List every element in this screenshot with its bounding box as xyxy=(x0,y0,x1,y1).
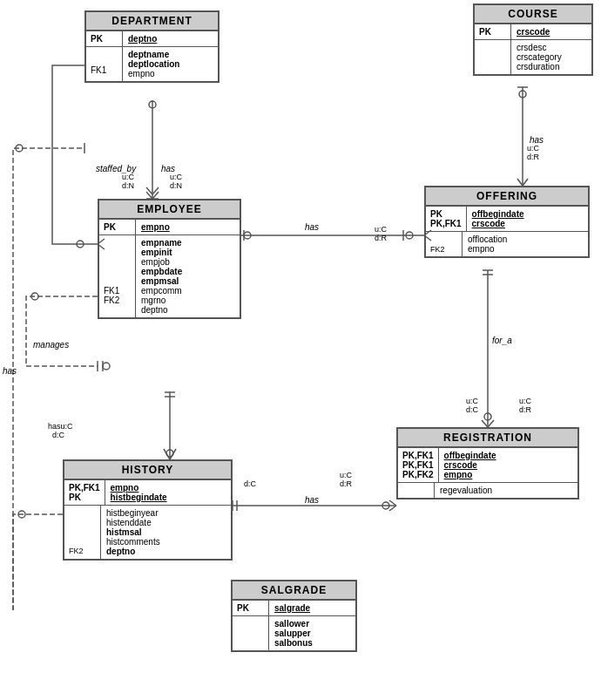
sal-salgrade: salgrade xyxy=(274,603,310,613)
hist-pk-label: PK xyxy=(69,493,100,502)
svg-line-4 xyxy=(152,187,159,194)
constraint-hist-reg-d2: d:R xyxy=(340,479,352,488)
svg-line-24 xyxy=(523,179,528,186)
hist-histenddate: histenddate xyxy=(106,518,160,527)
constraint-staffed-d: d:N xyxy=(122,181,134,190)
svg-point-44 xyxy=(382,502,389,509)
entity-registration-title: REGISTRATION xyxy=(398,429,577,448)
dept-fk1-label: FK1 xyxy=(91,65,118,75)
svg-line-38 xyxy=(170,449,176,459)
entity-history: HISTORY PK,FK1 PK empno histbegindate FK… xyxy=(63,459,233,561)
svg-point-5 xyxy=(149,101,156,108)
dept-deptno: deptno xyxy=(128,34,157,44)
constraint-course-off-d: d:R xyxy=(527,153,539,161)
entity-employee-title: EMPLOYEE xyxy=(99,200,240,220)
constraint-off-reg-u: u:C xyxy=(466,397,478,405)
label-has-hist: has xyxy=(305,495,319,505)
sal-pk-label: PK xyxy=(237,603,264,613)
constraint-off-reg-d: d:C xyxy=(466,405,478,414)
reg-pkfk1b-label: PK,FK1 xyxy=(402,460,434,470)
constraint-emp-hist-u: hasu:C xyxy=(48,422,73,431)
svg-point-32 xyxy=(484,413,491,420)
reg-offbegindate: offbegindate xyxy=(444,451,496,460)
emp-fk2-label: FK2 xyxy=(104,296,131,305)
svg-line-31 xyxy=(488,420,494,427)
entity-employee: EMPLOYEE PK empno FK1 FK2 empname empini… xyxy=(98,199,241,319)
svg-point-18 xyxy=(406,232,413,239)
off-pk-label: PK xyxy=(430,209,462,219)
svg-point-9 xyxy=(77,241,84,248)
sal-sallower: sallower xyxy=(274,619,313,629)
hist-histmsal: histmsal xyxy=(106,527,160,537)
constraint-reg-r-d: d:R xyxy=(519,405,531,414)
constraint-staffed-u: u:C xyxy=(122,173,134,181)
emp-empno: empno xyxy=(141,222,170,232)
emp-fk1-label: FK1 xyxy=(104,286,131,296)
constraint-has-dept-u: u:C xyxy=(170,173,182,181)
svg-point-47 xyxy=(16,145,23,152)
svg-point-11 xyxy=(31,293,38,300)
hist-empno: empno xyxy=(111,483,167,493)
hist-histbeginyear: histbeginyear xyxy=(106,508,160,518)
course-crscategory: crscategory xyxy=(517,52,562,62)
label-has-emp-off: has xyxy=(305,222,319,232)
svg-point-14 xyxy=(103,363,110,370)
constraint-emp-off-u: u:C xyxy=(375,225,387,234)
course-crscode: crscode xyxy=(517,27,550,37)
reg-pkfk1a-label: PK,FK1 xyxy=(402,451,434,460)
label-has-left: has xyxy=(3,366,17,376)
entity-offering: OFFERING PK PK,FK1 offbegindate crscode … xyxy=(424,186,590,258)
svg-line-42 xyxy=(389,500,396,506)
hist-fk2-label: FK2 xyxy=(69,547,96,555)
entity-department: DEPARTMENT PK deptno FK1 deptname deptlo… xyxy=(84,10,219,83)
svg-line-1 xyxy=(146,192,152,199)
constraint-has-dept-d: d:N xyxy=(170,181,182,190)
reg-regevaluation: regevaluation xyxy=(440,486,492,495)
svg-line-43 xyxy=(389,506,396,511)
off-crscode: crscode xyxy=(472,219,524,228)
entity-history-title: HISTORY xyxy=(64,461,231,480)
emp-pk-label: PK xyxy=(104,222,131,232)
dept-deptlocation: deptlocation xyxy=(128,59,179,69)
course-crsdesc: crsdesc xyxy=(517,43,562,52)
svg-line-3 xyxy=(146,187,152,194)
svg-point-25 xyxy=(519,91,526,98)
label-for-a: for_a xyxy=(492,336,512,345)
course-crsduration: crsduration xyxy=(517,62,562,71)
svg-line-30 xyxy=(482,420,488,427)
constraint-emp-off-d: d:R xyxy=(375,234,387,242)
emp-empname: empname xyxy=(141,238,182,248)
svg-point-45 xyxy=(18,511,25,518)
constraint-hist-reg-d: d:C xyxy=(244,479,256,488)
svg-line-37 xyxy=(164,449,170,459)
entity-salgrade-title: SALGRADE xyxy=(233,581,355,601)
entity-offering-title: OFFERING xyxy=(426,187,588,207)
entity-course-title: COURSE xyxy=(475,5,591,24)
hist-histbegindate: histbegindate xyxy=(111,493,167,502)
emp-empinit: empinit xyxy=(141,248,182,257)
label-manages: manages xyxy=(33,340,69,350)
entity-salgrade: SALGRADE PK salgrade sallower salupper s… xyxy=(231,580,357,652)
emp-empmsal: empmsal xyxy=(141,276,182,286)
svg-line-23 xyxy=(517,179,523,186)
constraint-course-off-u: u:C xyxy=(527,144,539,153)
svg-line-2 xyxy=(152,192,159,199)
reg-empno: empno xyxy=(444,470,496,479)
dept-deptname: deptname xyxy=(128,50,179,59)
sal-salupper: salupper xyxy=(274,629,313,638)
off-pkfk1-label: PK,FK1 xyxy=(430,219,462,228)
svg-point-20 xyxy=(244,232,251,239)
dept-empno: empno xyxy=(128,69,179,78)
off-fk2-label: FK2 xyxy=(430,245,457,254)
course-pk-label: PK xyxy=(479,27,506,37)
reg-crscode: crscode xyxy=(444,460,496,470)
entity-registration: REGISTRATION PK,FK1 PK,FK1 PK,FK2 offbeg… xyxy=(396,427,579,500)
dept-pk-label: PK xyxy=(91,34,118,44)
emp-empcomm: empcomm xyxy=(141,286,182,296)
emp-deptno: deptno xyxy=(141,305,182,315)
off-offlocation: offlocation xyxy=(468,234,507,244)
off-empno: empno xyxy=(468,244,507,254)
sal-salbonus: salbonus xyxy=(274,638,313,648)
svg-point-36 xyxy=(166,450,173,457)
off-offbegindate: offbegindate xyxy=(472,209,524,219)
